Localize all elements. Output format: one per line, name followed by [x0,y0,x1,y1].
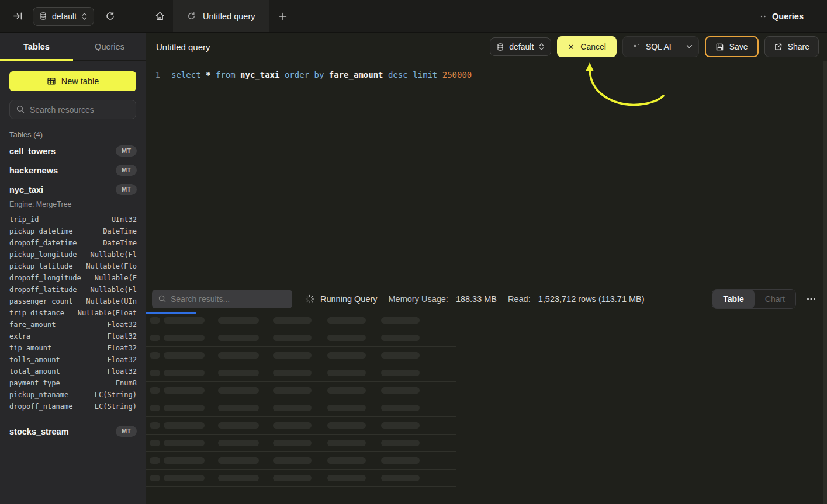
toggle-table[interactable]: Table [712,290,755,308]
sidebar-tab-queries[interactable]: Queries [73,33,146,60]
save-button[interactable]: Save [705,36,759,57]
sidebar-search [9,100,137,119]
column-type: Float32 [107,332,137,340]
topbar-database-selector[interactable]: default [33,7,94,26]
skeleton-cell [273,335,312,341]
memory-usage-label: Memory Usage: [389,294,448,304]
column-row[interactable]: passenger_countNullable(UIn [9,296,137,307]
toggle-chart[interactable]: Chart [755,290,795,308]
tables-section-label: Tables (4) [9,130,137,139]
skeleton-cell [381,475,420,481]
topbar-database-value: default [52,12,77,21]
column-row[interactable]: pickup_datetimeDateTime [9,225,137,237]
column-row[interactable]: dropoff_datetimeDateTime [9,237,137,249]
sql-editor[interactable]: 1 select * from nyc_taxi order by fare_a… [146,61,827,286]
engine-badge: MT [116,165,137,176]
home-icon [155,11,165,21]
column-type: Nullable(Flo [86,262,137,270]
column-type: Nullable(F [95,274,137,282]
table-item-stocks_stream[interactable]: stocks_streamMT [9,422,137,441]
column-name: pickup_longitude [9,251,77,259]
skeleton-cell [164,457,205,464]
code-token: from [216,70,236,79]
results-toolbar: Running Query Memory Usage: 188.33 MB Re… [146,286,827,312]
table-item-cell_towers[interactable]: cell_towersMT [9,141,137,161]
column-row[interactable]: fare_amountFloat32 [9,319,137,331]
column-row[interactable]: total_amountFloat32 [9,366,137,377]
skeleton-cell [327,405,366,411]
column-row[interactable]: trip_distanceNullable(Float [9,307,137,319]
more-options-button[interactable] [804,291,819,307]
column-name: tolls_amount [9,356,60,364]
column-row[interactable]: pickup_latitudeNullable(Flo [9,260,137,272]
search-resources-input[interactable] [9,100,136,119]
tables-list: cell_towersMThackernewsMTnyc_taxiMTEngin… [9,141,137,441]
table-item-hackernews[interactable]: hackernewsMT [9,161,137,180]
collapse-sidebar-button[interactable] [9,8,26,25]
results-table [146,312,827,504]
skeleton-cell [150,440,160,446]
tab-label: Untitled query [203,12,255,21]
line-number: 1 [146,70,160,79]
sql-ai-button[interactable]: SQL AI [623,37,680,57]
results-search [152,290,292,308]
skeleton-cell [327,457,366,464]
code-line[interactable]: 1 select * from nyc_taxi order by fare_a… [146,68,827,81]
database-icon [39,12,47,20]
skeleton-cell [218,370,259,376]
column-row[interactable]: dropoff_latitudeNullable(Fl [9,284,137,296]
skeleton-row [146,329,456,347]
column-row[interactable]: trip_idUInt32 [9,214,137,225]
refresh-database-button[interactable] [101,8,119,25]
query-database-selector[interactable]: default [490,37,551,56]
table-grid-icon [47,77,56,86]
skeleton-cell [273,405,312,411]
skeleton-cell [150,422,160,429]
new-table-button[interactable]: New table [9,71,136,91]
skeleton-cell [218,352,259,359]
column-name: trip_id [9,215,39,224]
skeleton-cell [150,475,160,481]
column-name: pickup_datetime [9,227,72,235]
resources-sidebar: Tables Queries New table Tables (4) cell… [0,33,146,504]
engine-label: Engine: MergeTree [9,200,137,208]
code-token: desc [388,70,408,79]
table-item-nyc_taxi[interactable]: nyc_taxiMT [9,180,137,199]
chevron-updown-icon [81,12,88,20]
skeleton-cell [327,475,366,481]
column-row[interactable]: pickup_ntanameLC(String) [9,389,137,401]
search-results-input[interactable] [152,290,292,308]
scrollbar[interactable] [823,61,827,504]
sidebar-tab-tables[interactable]: Tables [0,33,73,60]
column-name: passenger_count [9,297,72,305]
sql-ai-dropdown-button[interactable] [680,37,698,57]
column-name: pickup_ntaname [9,391,68,399]
queries-icon [760,14,767,19]
tab-untitled-query[interactable]: Untitled query [173,0,269,32]
skeleton-cell [218,317,259,324]
skeleton-cell [381,370,420,376]
column-row[interactable]: pickup_longitudeNullable(Fl [9,249,137,260]
new-tab-button[interactable] [269,0,297,32]
column-row[interactable]: dropoff_longitudeNullable(F [9,272,137,284]
skeleton-cell [218,457,259,464]
column-row[interactable]: tolls_amountFloat32 [9,354,137,366]
column-row[interactable]: dropoff_ntanameLC(String) [9,401,137,412]
column-type: Nullable(Fl [91,286,137,294]
skeleton-row [146,364,456,382]
column-row[interactable]: payment_typeEnum8 [9,377,137,389]
column-row[interactable]: tip_amountFloat32 [9,342,137,354]
cancel-label: Cancel [580,42,606,51]
cancel-query-button[interactable]: ✕ Cancel [557,36,617,57]
queries-panel-button[interactable]: Queries [760,0,804,32]
query-running-icon [187,12,196,20]
results-skeleton [146,312,827,487]
table-name: cell_towers [9,147,56,156]
skeleton-cell [381,335,420,341]
chevron-down-icon [686,44,693,49]
skeleton-cell [381,317,420,324]
home-button[interactable] [146,0,173,32]
share-button[interactable]: Share [764,36,819,57]
column-row[interactable]: extraFloat32 [9,331,137,342]
skeleton-cell [150,405,160,411]
